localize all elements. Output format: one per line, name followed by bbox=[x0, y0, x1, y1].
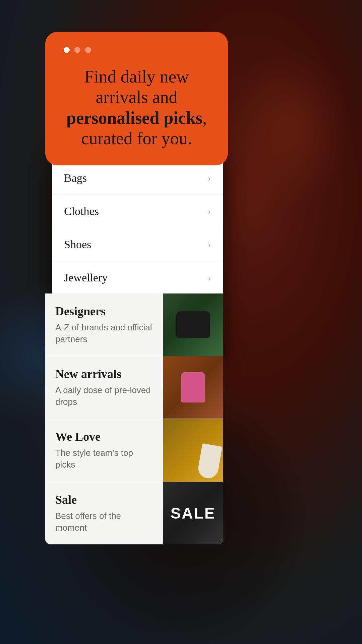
sale-banner-text: SALE bbox=[171, 504, 216, 522]
we-love-img-bg bbox=[163, 419, 223, 481]
feature-designers-text: Designers A-Z of brands and official par… bbox=[45, 293, 163, 356]
promo-card: Find daily new arrivals and personalised… bbox=[45, 32, 228, 165]
feature-designers-title: Designers bbox=[55, 304, 153, 318]
feature-sale-title: Sale bbox=[55, 493, 153, 507]
promo-headline: Find daily new arrivals and personalised… bbox=[64, 66, 209, 149]
menu-label-clothes: Clothes bbox=[64, 205, 99, 218]
feature-designers-image bbox=[163, 293, 223, 356]
feature-we-love-subtitle: The style team's top picks bbox=[55, 447, 153, 471]
feature-sale-image: SALE bbox=[163, 482, 223, 544]
feature-sale-text: Sale Best offers of the moment bbox=[45, 482, 163, 544]
feature-designers-subtitle: A-Z of brands and official partners bbox=[55, 322, 153, 345]
feature-new-arrivals[interactable]: New arrivals A daily dose of pre-loved d… bbox=[45, 356, 223, 419]
menu-item-jewellery[interactable]: Jewellery › bbox=[52, 261, 223, 294]
feature-sale-subtitle: Best offers of the moment bbox=[55, 510, 153, 534]
feature-we-love-text: We Love The style team's top picks bbox=[45, 419, 163, 481]
chevron-bags: › bbox=[208, 173, 211, 183]
chevron-shoes: › bbox=[208, 239, 211, 250]
new-arrivals-img-bg bbox=[163, 356, 223, 419]
menu-label-shoes: Shoes bbox=[64, 238, 91, 251]
chevron-clothes: › bbox=[208, 206, 211, 217]
designers-img-bg bbox=[163, 293, 223, 356]
menu-item-shoes[interactable]: Shoes › bbox=[52, 228, 223, 261]
feature-designers[interactable]: Designers A-Z of brands and official par… bbox=[45, 293, 223, 356]
feature-new-arrivals-image bbox=[163, 356, 223, 419]
dot-3[interactable] bbox=[85, 47, 91, 53]
carousel-dots bbox=[64, 47, 209, 53]
feature-we-love-title: We Love bbox=[55, 430, 153, 444]
jacket-icon bbox=[181, 372, 205, 402]
menu-item-clothes[interactable]: Clothes › bbox=[52, 195, 223, 228]
dot-1[interactable] bbox=[64, 47, 70, 53]
menu-item-bags[interactable]: Bags › bbox=[52, 162, 223, 195]
feature-sale[interactable]: Sale Best offers of the moment SALE bbox=[45, 482, 223, 544]
menu-label-bags: Bags bbox=[64, 172, 87, 184]
feature-new-arrivals-title: New arrivals bbox=[55, 367, 153, 381]
dot-2[interactable] bbox=[74, 47, 80, 53]
feature-we-love[interactable]: We Love The style team's top picks bbox=[45, 419, 223, 482]
feature-new-arrivals-text: New arrivals A daily dose of pre-loved d… bbox=[45, 356, 163, 419]
feature-sections: Designers A-Z of brands and official par… bbox=[45, 293, 223, 544]
sale-img-bg: SALE bbox=[163, 482, 223, 544]
feature-new-arrivals-subtitle: A daily dose of pre-loved drops bbox=[55, 384, 153, 408]
feature-we-love-image bbox=[163, 419, 223, 481]
chevron-jewellery: › bbox=[208, 272, 211, 283]
menu-label-jewellery: Jewellery bbox=[64, 271, 108, 284]
